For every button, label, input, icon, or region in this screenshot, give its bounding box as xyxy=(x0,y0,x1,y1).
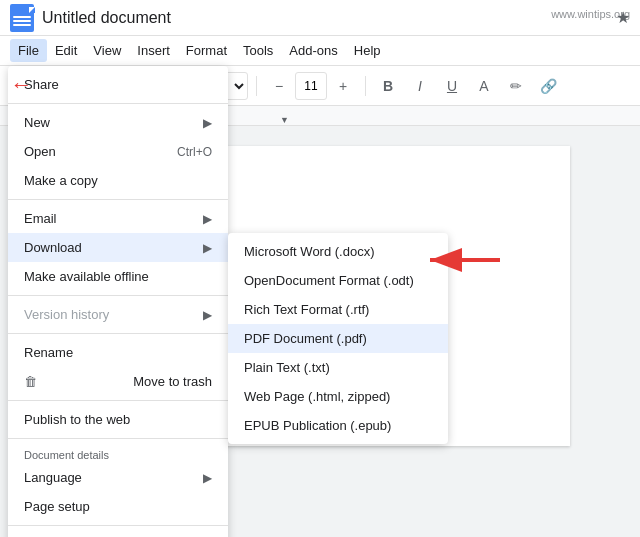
menu-download[interactable]: Download ▶ Microsoft Word (.docx) OpenDo… xyxy=(8,233,228,262)
font-size-plus[interactable]: + xyxy=(329,72,357,100)
menu-section-document-details: Document details xyxy=(8,443,228,463)
watermark: www.wintips.org xyxy=(551,8,630,20)
highlight-button[interactable]: ✏ xyxy=(502,72,530,100)
email-arrow-icon: ▶ xyxy=(203,212,212,226)
trash-icon: 🗑 xyxy=(24,374,37,389)
menu-item-addons[interactable]: Add-ons xyxy=(281,39,345,62)
separator-1 xyxy=(8,103,228,104)
menu-item-help[interactable]: Help xyxy=(346,39,389,62)
download-arrow-icon: ▶ xyxy=(203,241,212,255)
font-size-input[interactable] xyxy=(295,72,327,100)
menu-make-available-offline[interactable]: Make available offline xyxy=(8,262,228,291)
menu-version-history[interactable]: Version history ▶ xyxy=(8,300,228,329)
menu-make-copy[interactable]: Make a copy xyxy=(8,166,228,195)
italic-button[interactable]: I xyxy=(406,72,434,100)
bold-button[interactable]: B xyxy=(374,72,402,100)
separator-2 xyxy=(8,199,228,200)
file-menu: Share New ▶ Open Ctrl+O Make a copy Emai… xyxy=(8,66,228,537)
menu-bar: File Edit View Insert Format Tools Add-o… xyxy=(0,36,640,66)
submenu-epub[interactable]: EPUB Publication (.epub) xyxy=(228,411,448,440)
menu-rename[interactable]: Rename xyxy=(8,338,228,367)
menu-item-file[interactable]: File xyxy=(10,39,47,62)
underline-button[interactable]: U xyxy=(438,72,466,100)
menu-page-setup[interactable]: Page setup xyxy=(8,492,228,521)
language-arrow-icon: ▶ xyxy=(203,471,212,485)
submenu-docx[interactable]: Microsoft Word (.docx) xyxy=(228,237,448,266)
arrow-icon: ▶ xyxy=(203,116,212,130)
link-button[interactable]: 🔗 xyxy=(534,72,562,100)
back-arrow-indicator: → xyxy=(10,72,32,98)
menu-email[interactable]: Email ▶ xyxy=(8,204,228,233)
menu-publish-to-web[interactable]: Publish to the web xyxy=(8,405,228,434)
font-size-minus[interactable]: − xyxy=(265,72,293,100)
menu-item-tools[interactable]: Tools xyxy=(235,39,281,62)
menu-new[interactable]: New ▶ xyxy=(8,108,228,137)
separator-5 xyxy=(8,400,228,401)
separator-7 xyxy=(8,525,228,526)
title-bar: Untitled document ★ www.wintips.org xyxy=(0,0,640,36)
menu-open[interactable]: Open Ctrl+O xyxy=(8,137,228,166)
font-size-controls: − + xyxy=(265,72,357,100)
menu-language[interactable]: Language ▶ xyxy=(8,463,228,492)
toolbar-separator-4 xyxy=(365,76,366,96)
menu-item-view[interactable]: View xyxy=(85,39,129,62)
submenu-pdf[interactable]: PDF Document (.pdf) xyxy=(228,324,448,353)
file-menu-overlay: Share New ▶ Open Ctrl+O Make a copy Emai… xyxy=(8,66,228,537)
doc-icon xyxy=(10,4,34,32)
menu-item-edit[interactable]: Edit xyxy=(47,39,85,62)
separator-6 xyxy=(8,438,228,439)
submenu-html[interactable]: Web Page (.html, zipped) xyxy=(228,382,448,411)
separator-3 xyxy=(8,295,228,296)
red-arrow-svg xyxy=(422,248,502,272)
version-arrow-icon: ▶ xyxy=(203,308,212,322)
menu-item-insert[interactable]: Insert xyxy=(129,39,178,62)
menu-share[interactable]: Share xyxy=(8,70,228,99)
menu-item-format[interactable]: Format xyxy=(178,39,235,62)
submenu-rtf[interactable]: Rich Text Format (.rtf) xyxy=(228,295,448,324)
red-arrow xyxy=(422,248,502,275)
submenu-odt[interactable]: OpenDocument Format (.odt) xyxy=(228,266,448,295)
download-submenu: Microsoft Word (.docx) OpenDocument Form… xyxy=(228,233,448,444)
document-title[interactable]: Untitled document xyxy=(42,9,608,27)
font-color-button[interactable]: A xyxy=(470,72,498,100)
menu-move-to-trash[interactable]: 🗑 Move to trash xyxy=(8,367,228,396)
separator-4 xyxy=(8,333,228,334)
menu-print[interactable]: 🖨 Print Ctrl+P xyxy=(8,530,228,537)
toolbar-separator-3 xyxy=(256,76,257,96)
submenu-txt[interactable]: Plain Text (.txt) xyxy=(228,353,448,382)
